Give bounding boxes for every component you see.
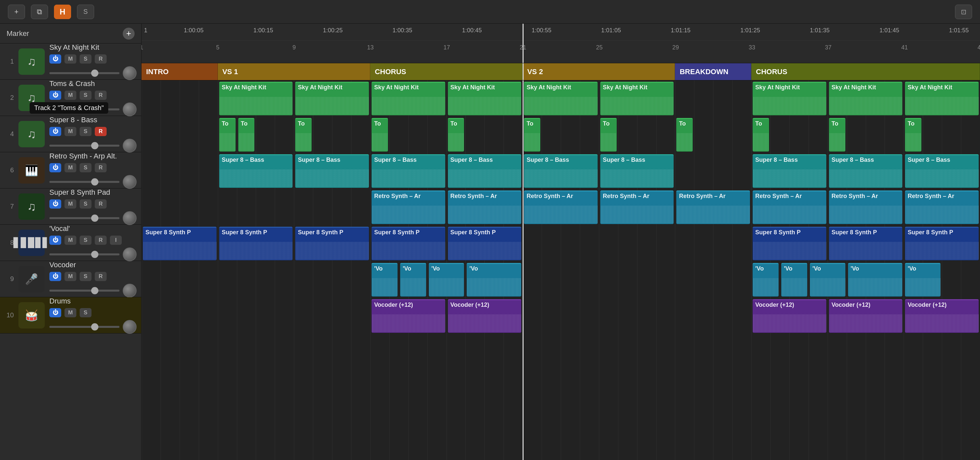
fader-track-6[interactable] — [49, 181, 119, 183]
fader-knob-2[interactable] — [123, 102, 137, 116]
fader-track-1[interactable] — [49, 72, 119, 74]
record-btn-1[interactable]: R — [95, 54, 107, 64]
clip-block[interactable]: 'Vo — [467, 263, 521, 297]
clip-block[interactable]: 'Vo — [429, 263, 465, 297]
clip-block[interactable]: To — [752, 118, 769, 152]
clip-block[interactable]: Sky At Night Kit — [524, 82, 598, 115]
clip-block[interactable]: Super 8 Synth P — [905, 227, 979, 260]
section-vs-1[interactable]: VS 1 — [218, 63, 370, 80]
clip-block[interactable]: Sky At Night Kit — [829, 82, 903, 115]
clip-block[interactable]: Super 8 Synth P — [448, 227, 522, 260]
mute-btn-1[interactable]: M — [65, 54, 76, 64]
clip-block[interactable]: 'Vo — [905, 263, 940, 297]
s-button[interactable]: S — [77, 5, 94, 19]
clip-block[interactable]: Vocoder (+12) — [905, 299, 979, 333]
power-btn-1[interactable]: ⏻ — [49, 54, 61, 64]
fit-button[interactable]: ⊡ — [955, 5, 972, 19]
clip-block[interactable]: Sky At Night Kit — [295, 82, 369, 115]
mute-btn-7[interactable]: M — [65, 200, 76, 209]
fader-track-2[interactable] — [49, 109, 119, 110]
mute-btn-6[interactable]: M — [65, 163, 76, 172]
clip-block[interactable]: Super 8 – Bass — [600, 154, 674, 188]
solo-btn-8[interactable]: S — [80, 236, 91, 245]
clip-block[interactable]: Sky At Night Kit — [752, 82, 826, 115]
add-button[interactable]: + — [8, 5, 25, 19]
duplicate-button[interactable]: ⧉ — [31, 5, 48, 19]
solo-btn-1[interactable]: S — [80, 54, 91, 64]
clip-block[interactable]: Retro Synth – Ar — [600, 190, 674, 224]
solo-btn-9[interactable]: S — [80, 272, 91, 281]
clip-block[interactable]: Vocoder (+12) — [752, 299, 826, 333]
solo-btn-7[interactable]: S — [80, 200, 91, 209]
clip-block[interactable]: Super 8 Synth P — [372, 227, 445, 260]
clip-block[interactable]: Super 8 – Bass — [524, 154, 598, 188]
clip-block[interactable]: Vocoder (+12) — [829, 299, 903, 333]
section-chorus[interactable]: CHORUS — [370, 63, 523, 80]
record-btn-2[interactable]: R — [95, 91, 107, 100]
fader-knob-10[interactable] — [123, 320, 137, 334]
clip-block[interactable]: To — [829, 118, 845, 152]
fader-knob-4[interactable] — [123, 139, 137, 153]
fader-track-9[interactable] — [49, 290, 119, 292]
clip-block[interactable]: Super 8 – Bass — [448, 154, 522, 188]
clip-block[interactable]: Retro Synth – Ar — [524, 190, 598, 224]
clip-block[interactable]: To — [600, 118, 617, 152]
clip-block[interactable]: Retro Synth – Ar — [829, 190, 903, 224]
clip-block[interactable]: Super 8 Synth P — [295, 227, 369, 260]
arrangement-content[interactable]: Sky At Night KitSky At Night KitSky At N… — [142, 80, 980, 460]
clip-block[interactable]: 'Vo — [848, 263, 903, 297]
solo-btn-2[interactable]: S — [80, 91, 91, 100]
clip-block[interactable]: Super 8 Synth P — [829, 227, 903, 260]
solo-btn-4[interactable]: S — [80, 127, 91, 136]
clip-block[interactable]: Retro Synth – Ar — [448, 190, 522, 224]
mute-btn-10[interactable]: M — [65, 308, 76, 317]
clip-block[interactable]: 'Vo — [400, 263, 426, 297]
power-btn-4[interactable]: ⏻ — [49, 127, 61, 136]
clip-block[interactable]: Super 8 – Bass — [372, 154, 445, 188]
mute-btn-9[interactable]: M — [65, 272, 76, 281]
clip-block[interactable]: To — [295, 118, 312, 152]
power-btn-2[interactable]: ⏻ — [49, 91, 61, 100]
clip-block[interactable]: 'Vo — [752, 263, 779, 297]
clip-block[interactable]: Super 8 – Bass — [905, 154, 979, 188]
record-btn-9[interactable]: R — [95, 272, 107, 281]
fader-knob-8[interactable] — [123, 248, 137, 261]
record-btn-7[interactable]: R — [95, 200, 107, 209]
power-btn-9[interactable]: ⏻ — [49, 272, 61, 281]
section-breakdown[interactable]: BREAKDOWN — [675, 63, 751, 80]
clip-block[interactable]: Sky At Night Kit — [219, 82, 293, 115]
clip-block[interactable]: 'Vo — [810, 263, 845, 297]
fader-track-8[interactable] — [49, 253, 119, 256]
power-btn-7[interactable]: ⏻ — [49, 200, 61, 209]
clip-block[interactable]: 'Vo — [781, 263, 807, 297]
clip-block[interactable]: Super 8 Synth P — [752, 227, 826, 260]
clip-block[interactable]: Super 8 – Bass — [219, 154, 293, 188]
mute-btn-8[interactable]: M — [65, 236, 76, 245]
section-vs-2[interactable]: VS 2 — [523, 63, 675, 80]
section-chorus[interactable]: CHORUS — [751, 63, 980, 80]
fader-knob-1[interactable] — [123, 66, 137, 80]
clip-block[interactable]: 'Vo — [372, 263, 398, 297]
clip-block[interactable]: Super 8 – Bass — [295, 154, 369, 188]
clip-block[interactable]: Vocoder (+12) — [372, 299, 445, 333]
clip-block[interactable]: Vocoder (+12) — [448, 299, 522, 333]
fader-knob-9[interactable] — [123, 284, 137, 297]
clip-block[interactable]: Sky At Night Kit — [372, 82, 445, 115]
fader-track-10[interactable] — [49, 326, 119, 328]
clip-block[interactable]: To — [676, 118, 693, 152]
record-btn-4[interactable]: R — [95, 127, 107, 136]
fader-track-7[interactable] — [49, 217, 119, 219]
mute-btn-4[interactable]: M — [65, 127, 76, 136]
mute-btn-2[interactable]: M — [65, 91, 76, 100]
clip-block[interactable]: Sky At Night Kit — [600, 82, 674, 115]
solo-btn-6[interactable]: S — [80, 163, 91, 172]
clip-block[interactable]: To — [372, 118, 388, 152]
clip-block[interactable]: Super 8 – Bass — [752, 154, 826, 188]
fader-knob-7[interactable] — [123, 211, 137, 225]
record-btn-8[interactable]: R — [95, 236, 107, 245]
clip-block[interactable]: Retro Synth – Ar — [905, 190, 979, 224]
section-intro[interactable]: INTRO — [142, 63, 218, 80]
clip-block[interactable]: Retro Synth – Ar — [372, 190, 445, 224]
clip-block[interactable]: To — [219, 118, 235, 152]
fader-knob-6[interactable] — [123, 175, 137, 189]
